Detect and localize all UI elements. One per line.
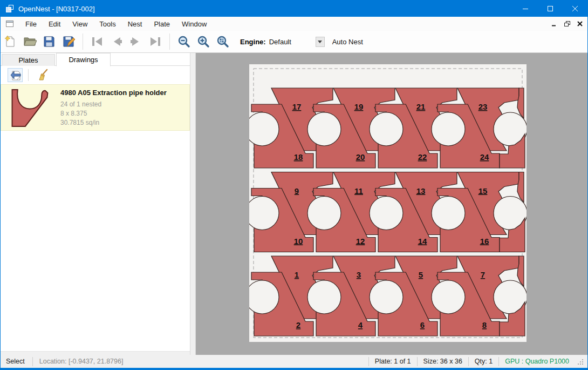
next-arrow-icon <box>129 36 143 48</box>
title-bar[interactable]: OpenNest - [N0317-002] <box>1 1 587 17</box>
drawing-size: 8 x 8.375 <box>60 109 167 118</box>
zoom-in-button[interactable] <box>194 32 213 51</box>
pipe-notch <box>432 112 465 146</box>
last-plate-button[interactable] <box>146 32 165 51</box>
mdi-restore-button[interactable] <box>563 19 571 28</box>
part-number[interactable]: 8 <box>482 320 487 329</box>
import-drawing-icon <box>9 69 21 81</box>
pipe-notch <box>307 112 341 146</box>
part-number[interactable]: 17 <box>292 102 302 111</box>
part-number[interactable]: 18 <box>294 152 303 162</box>
return-drawing-button[interactable] <box>8 68 23 82</box>
menu-bar: File Edit View Tools Nest Plate Window <box>1 17 587 31</box>
maximize-icon <box>548 6 553 12</box>
drawing-list-item[interactable]: 4980 A05 Extraction pipe holder 24 of 1 … <box>1 84 190 131</box>
menu-tools[interactable]: Tools <box>93 18 121 30</box>
part-number[interactable]: 10 <box>294 237 303 246</box>
minimize-button[interactable] <box>513 1 538 17</box>
part-number[interactable]: 6 <box>420 320 425 329</box>
pipe-notch <box>370 280 403 314</box>
next-plate-button[interactable] <box>127 32 145 51</box>
part-number[interactable]: 4 <box>358 320 363 329</box>
drawings-list: 4980 A05 Extraction pipe holder 24 of 1 … <box>1 84 190 131</box>
mdi-minimize-button[interactable] <box>550 19 558 28</box>
status-mode: Select <box>1 358 32 365</box>
minimize-icon <box>523 6 529 12</box>
first-plate-button[interactable] <box>88 32 106 51</box>
pipe-notch <box>432 197 465 230</box>
broom-icon <box>36 69 49 82</box>
part-number[interactable]: 5 <box>419 270 423 279</box>
tab-drawings[interactable]: Drawings <box>56 53 111 66</box>
mdi-minimize-icon <box>551 21 557 26</box>
menu-view[interactable]: View <box>66 18 93 30</box>
close-button[interactable] <box>563 1 587 17</box>
pipe-notch <box>249 112 279 146</box>
document-icon[interactable] <box>5 19 14 28</box>
engine-dropdown-button[interactable] <box>316 37 325 47</box>
pipe-notch <box>432 280 465 314</box>
nest-canvas[interactable]: 171819202122232491011121314151612345678 <box>196 53 587 356</box>
previous-plate-button[interactable] <box>107 32 126 51</box>
main-area: Plates Drawings <box>1 53 587 356</box>
part-number[interactable]: 2 <box>296 320 300 329</box>
save-as-button[interactable] <box>59 32 78 51</box>
resize-grip[interactable] <box>577 359 584 367</box>
menu-edit[interactable]: Edit <box>43 18 66 30</box>
part-number[interactable]: 23 <box>478 102 488 111</box>
new-file-icon <box>4 35 17 48</box>
part-number[interactable]: 13 <box>416 186 426 196</box>
auto-nest-button[interactable]: Auto Nest <box>332 38 363 46</box>
zoom-out-icon <box>177 35 191 49</box>
part-number[interactable]: 22 <box>418 152 427 162</box>
menu-file[interactable]: File <box>19 18 43 30</box>
pipe-notch <box>249 280 279 314</box>
clear-drawings-button[interactable] <box>35 68 50 82</box>
save-button[interactable] <box>40 32 58 51</box>
zoom-out-button[interactable] <box>175 32 193 51</box>
part-number[interactable]: 16 <box>480 237 489 246</box>
last-arrow-icon <box>148 36 162 48</box>
part-number[interactable]: 9 <box>295 186 299 196</box>
save-as-icon <box>62 35 75 48</box>
tab-plates[interactable]: Plates <box>2 54 55 66</box>
plate[interactable]: 171819202122232491011121314151612345678 <box>249 64 527 342</box>
status-plate: Plate: 1 of 1 <box>369 358 417 365</box>
maximize-button[interactable] <box>538 1 563 17</box>
mdi-restore-icon <box>564 21 570 27</box>
status-qty: Qty: 1 <box>469 358 498 365</box>
engine-combobox[interactable]: Default <box>269 38 308 46</box>
menu-window[interactable]: Window <box>176 18 213 30</box>
panel-splitter[interactable] <box>190 53 196 356</box>
part-number[interactable]: 1 <box>295 270 299 279</box>
toolbar: Engine: Default Auto Nest <box>1 31 587 53</box>
minibar-separator <box>28 69 29 81</box>
open-button[interactable] <box>20 32 39 51</box>
part-number[interactable]: 11 <box>354 186 363 196</box>
mdi-close-button[interactable] <box>576 19 584 28</box>
window-title: OpenNest - [N0317-002] <box>18 5 95 13</box>
part-number[interactable]: 3 <box>357 270 361 279</box>
status-size: Size: 36 x 36 <box>418 358 468 365</box>
mdi-close-icon <box>577 21 583 26</box>
save-icon <box>43 35 56 48</box>
drawing-area: 30.7815 sq/in <box>60 118 167 127</box>
open-folder-icon <box>23 35 37 48</box>
toolbar-separator <box>83 33 83 50</box>
part-number[interactable]: 24 <box>480 152 489 162</box>
plate-svg[interactable]: 171819202122232491011121314151612345678 <box>249 64 527 342</box>
left-panel: Plates Drawings <box>1 53 190 356</box>
zoom-extents-icon <box>216 35 230 49</box>
part-number[interactable]: 21 <box>416 102 426 111</box>
toolbar-separator <box>169 33 170 50</box>
part-number[interactable]: 12 <box>356 237 365 246</box>
part-number[interactable]: 7 <box>481 270 485 279</box>
zoom-extents-button[interactable] <box>214 32 232 51</box>
menu-plate[interactable]: Plate <box>148 18 176 30</box>
part-number[interactable]: 20 <box>356 152 365 162</box>
part-number[interactable]: 15 <box>478 186 488 196</box>
menu-nest[interactable]: Nest <box>122 18 148 30</box>
part-number[interactable]: 14 <box>418 237 427 246</box>
new-button[interactable] <box>1 32 19 51</box>
part-number[interactable]: 19 <box>354 102 364 111</box>
